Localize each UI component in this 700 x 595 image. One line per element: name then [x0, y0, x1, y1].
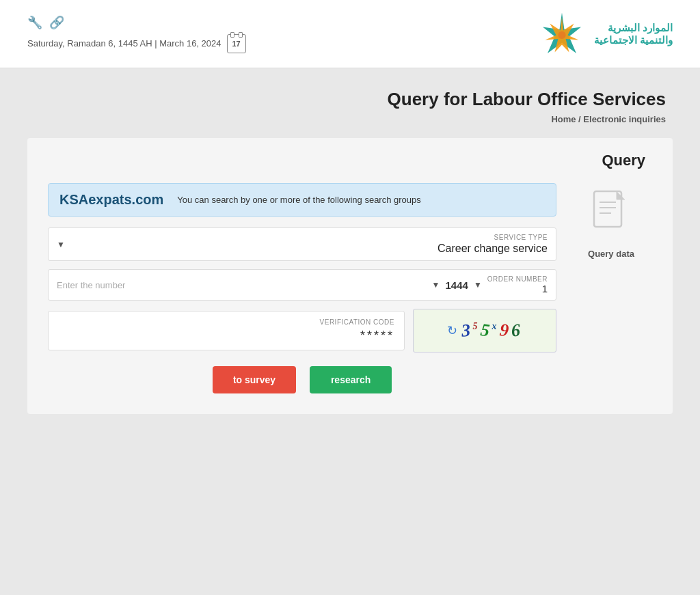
info-banner-brand: KSAexpats.com	[59, 192, 163, 208]
order-number-value: 1	[542, 283, 548, 294]
form-section: KSAexpats.com You can search by one or m…	[48, 183, 556, 393]
order-number-label: ORDER NUMBER	[487, 275, 548, 283]
logo-star-icon	[538, 10, 586, 58]
logo-line1: الموارد البشرية	[594, 22, 673, 34]
verification-label: VERIFICATION CODE	[58, 318, 394, 326]
research-button[interactable]: research	[310, 366, 392, 393]
page-title: Query for Labour Office Services	[34, 89, 666, 110]
link-icon[interactable]: 🔗	[49, 15, 64, 30]
header-icons: 🔧 🔗	[27, 15, 246, 30]
content-row: KSAexpats.com You can search by one or m…	[48, 183, 652, 393]
info-banner-text: You can search by one or more of the fol…	[177, 195, 421, 205]
logo-line2: والتنمية الاجتماعية	[594, 34, 673, 46]
order-number-field[interactable]: Enter the number ▼ 1444 ▼ ORDER NUMBER 1	[48, 269, 556, 301]
wrench-icon[interactable]: 🔧	[27, 15, 42, 30]
page-title-area: Query for Labour Office Services Home / …	[0, 68, 700, 131]
svg-point-2	[558, 31, 565, 38]
service-type-label: SERVICE TYPE	[57, 234, 548, 241]
info-banner: KSAexpats.com You can search by one or m…	[48, 183, 556, 217]
order-right: ORDER NUMBER 1	[487, 275, 548, 294]
logo-area: الموارد البشرية والتنمية الاجتماعية	[538, 10, 673, 58]
captcha-box: ↻ 355x96	[413, 309, 556, 352]
verification-dots: *****	[360, 329, 394, 342]
verification-row: VERIFICATION CODE ***** ↻ 355x96	[48, 309, 556, 352]
survey-button[interactable]: to survey	[213, 366, 296, 393]
order-placeholder-arrow-icon: ▼	[432, 280, 440, 290]
verification-code-field[interactable]: VERIFICATION CODE *****	[48, 311, 405, 350]
service-type-field[interactable]: ▼ SERVICE TYPE Career change service	[48, 227, 556, 261]
order-year: 1444	[446, 279, 468, 291]
buttons-row: to survey research	[48, 366, 556, 393]
query-data-section: Query data	[570, 183, 652, 259]
calendar-icon[interactable]: 17	[227, 34, 246, 53]
logo-text: الموارد البشرية والتنمية الاجتماعية	[594, 22, 673, 46]
service-type-arrow-icon: ▼	[57, 240, 65, 249]
date-text: Saturday, Ramadan 6, 1445 AH | March 16,…	[27, 38, 221, 49]
header: 🔧 🔗 Saturday, Ramadan 6, 1445 AH | March…	[0, 0, 700, 68]
captcha-refresh-icon[interactable]: ↻	[447, 323, 457, 338]
card-title: Query	[48, 152, 652, 169]
order-year-arrow-icon: ▼	[474, 280, 482, 290]
service-type-value: Career change service	[57, 243, 548, 255]
query-data-icon	[591, 190, 632, 243]
captcha-image: 355x96	[461, 320, 523, 341]
document-icon	[591, 190, 632, 238]
order-placeholder: Enter the number	[57, 280, 427, 290]
header-date: Saturday, Ramadan 6, 1445 AH | March 16,…	[27, 34, 246, 53]
breadcrumb: Home / Electronic inquiries	[34, 114, 666, 124]
main-card: Query KSAexpats.com You can search by on…	[27, 138, 673, 414]
header-left: 🔧 🔗 Saturday, Ramadan 6, 1445 AH | March…	[27, 15, 246, 53]
calendar-day: 17	[232, 40, 240, 48]
query-data-label: Query data	[588, 249, 634, 259]
